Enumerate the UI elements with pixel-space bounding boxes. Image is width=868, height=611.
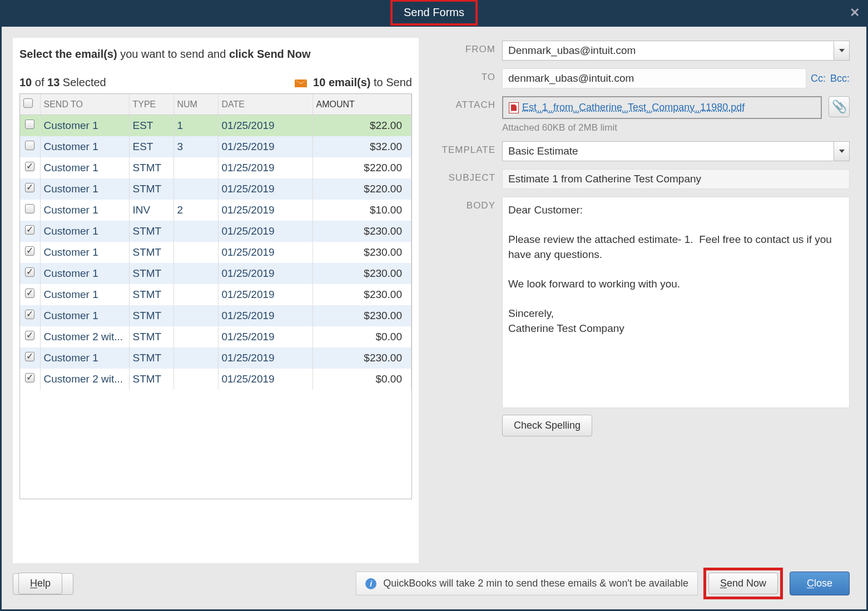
info-bar: i QuickBooks will take 2 min to send the… [356, 572, 698, 595]
cell-date: 01/25/2019 [218, 242, 313, 263]
cc-link[interactable]: Cc: [811, 73, 826, 85]
table-row[interactable]: Customer 1EST101/25/2019$22.00 [20, 115, 411, 137]
cell-amount: $0.00 [313, 369, 411, 390]
attachment-box[interactable]: Est_1_from_Catherine_Test_Company_11980.… [502, 96, 822, 119]
cell-amount: $230.00 [313, 263, 411, 284]
help-button[interactable]: Help [18, 573, 62, 594]
cell-num [173, 284, 218, 305]
body-label: BODY [435, 197, 502, 211]
subject-label: SUBJECT [435, 169, 502, 183]
cell-amount: $230.00 [313, 221, 411, 242]
table-row[interactable]: Customer 1STMT01/25/2019$220.00 [20, 157, 411, 178]
header-date[interactable]: DATE [218, 94, 313, 115]
table-row[interactable]: Customer 1EST301/25/2019$32.00 [20, 136, 411, 157]
pdf-icon [509, 102, 519, 113]
row-checkbox[interactable] [25, 246, 34, 256]
template-dropdown-arrow[interactable] [834, 141, 850, 161]
send-now-button[interactable]: Send Now [708, 573, 778, 594]
cell-sendto: Customer 1 [40, 136, 129, 157]
envelope-icon [295, 80, 307, 87]
from-field[interactable]: Denmark_ubas@intuit.com [502, 41, 834, 61]
table-row[interactable]: Customer 1STMT01/25/2019$230.00 [20, 263, 411, 284]
row-checkbox[interactable] [25, 267, 34, 277]
cell-date: 01/25/2019 [218, 326, 313, 347]
cell-sendto: Customer 2 wit... [40, 326, 129, 347]
instruction-text: Select the email(s) you want to send and… [19, 48, 412, 71]
main-panel: Select the email(s) you want to send and… [2, 27, 866, 609]
cell-num: 2 [173, 200, 218, 221]
close-button[interactable]: Close [790, 572, 850, 595]
cell-type: EST [129, 115, 173, 137]
table-row[interactable]: Customer 1STMT01/25/2019$230.00 [20, 305, 411, 326]
cell-sendto: Customer 2 wit... [40, 369, 129, 390]
window-title: Send Forms [390, 0, 478, 26]
table-row[interactable]: Customer 2 wit...STMT01/25/2019$0.00 [20, 369, 411, 390]
row-checkbox[interactable] [25, 225, 34, 235]
cell-type: STMT [129, 263, 173, 284]
cell-date: 01/25/2019 [218, 263, 313, 284]
header-type[interactable]: TYPE [129, 94, 173, 115]
header-sendto[interactable]: SEND TO [40, 94, 129, 115]
body-field[interactable]: Dear Customer: Please review the attache… [502, 197, 850, 408]
cell-num [173, 263, 218, 284]
table-row[interactable]: Customer 1STMT01/25/2019$230.00 [20, 221, 411, 242]
cell-date: 01/25/2019 [218, 115, 313, 137]
cell-amount: $220.00 [313, 157, 411, 178]
table-row[interactable]: Customer 2 wit...STMT01/25/2019$0.00 [20, 326, 411, 347]
row-checkbox[interactable] [25, 352, 34, 361]
header-amount[interactable]: AMOUNT [313, 94, 411, 115]
cell-sendto: Customer 1 [40, 178, 129, 200]
emails-to-send: 10 email(s) to Send [295, 76, 412, 89]
from-dropdown-arrow[interactable] [834, 41, 850, 61]
table-row[interactable]: Customer 1STMT01/25/2019$230.00 [20, 242, 411, 263]
table-row[interactable]: Customer 1STMT01/25/2019$230.00 [20, 284, 411, 305]
status-row: 10 of 13 Selected 10 email(s) to Send [19, 71, 412, 93]
close-icon[interactable]: ✕ [850, 6, 860, 20]
selected-count: 10 of 13 Selected [19, 76, 106, 89]
from-label: FROM [435, 41, 502, 55]
cell-num [173, 326, 218, 347]
bcc-link[interactable]: Bcc: [830, 73, 850, 85]
row-checkbox[interactable] [25, 310, 34, 319]
cell-amount: $220.00 [313, 178, 411, 200]
cell-amount: $0.00 [313, 326, 411, 347]
cell-date: 01/25/2019 [218, 200, 313, 221]
check-spelling-button[interactable]: Check Spelling [502, 415, 592, 436]
to-field[interactable]: denmark_ubas@intuit.com [502, 68, 806, 88]
cell-type: STMT [129, 284, 173, 305]
info-text: QuickBooks will take 2 min to send these… [383, 578, 688, 589]
subject-field[interactable]: Estimate 1 from Catherine Test Company [502, 169, 850, 189]
cell-date: 01/25/2019 [218, 136, 313, 157]
cell-sendto: Customer 1 [40, 157, 129, 178]
template-label: TEMPLATE [435, 141, 502, 156]
row-checkbox[interactable] [25, 331, 34, 340]
row-checkbox[interactable] [25, 183, 34, 192]
cell-date: 01/25/2019 [218, 221, 313, 242]
attach-file-button[interactable]: 📎 [829, 96, 850, 117]
row-checkbox[interactable] [25, 141, 34, 150]
row-checkbox[interactable] [25, 120, 34, 129]
cell-sendto: Customer 1 [40, 263, 129, 284]
template-field[interactable]: Basic Estimate [502, 141, 834, 161]
row-checkbox[interactable] [25, 373, 34, 383]
cell-date: 01/25/2019 [218, 178, 313, 200]
table-row[interactable]: Customer 1STMT01/25/2019$230.00 [20, 347, 411, 369]
cell-date: 01/25/2019 [218, 157, 313, 178]
cell-type: STMT [129, 221, 173, 242]
cell-num [173, 305, 218, 326]
cell-amount: $32.00 [313, 136, 411, 157]
table-row[interactable]: Customer 1STMT01/25/2019$220.00 [20, 178, 411, 200]
cell-type: STMT [129, 178, 173, 200]
cell-num [173, 369, 218, 390]
row-checkbox[interactable] [25, 162, 34, 171]
table-row[interactable]: Customer 1INV201/25/2019$10.00 [20, 200, 411, 221]
header-num[interactable]: NUM [173, 94, 218, 115]
paperclip-icon: 📎 [832, 100, 847, 114]
select-all-checkbox[interactable] [23, 98, 33, 108]
footer: Help i QuickBooks will take 2 min to sen… [2, 568, 866, 599]
cell-date: 01/25/2019 [218, 347, 313, 369]
cell-amount: $230.00 [313, 347, 411, 369]
row-checkbox[interactable] [25, 204, 34, 213]
cell-type: STMT [129, 347, 173, 369]
row-checkbox[interactable] [25, 289, 34, 298]
